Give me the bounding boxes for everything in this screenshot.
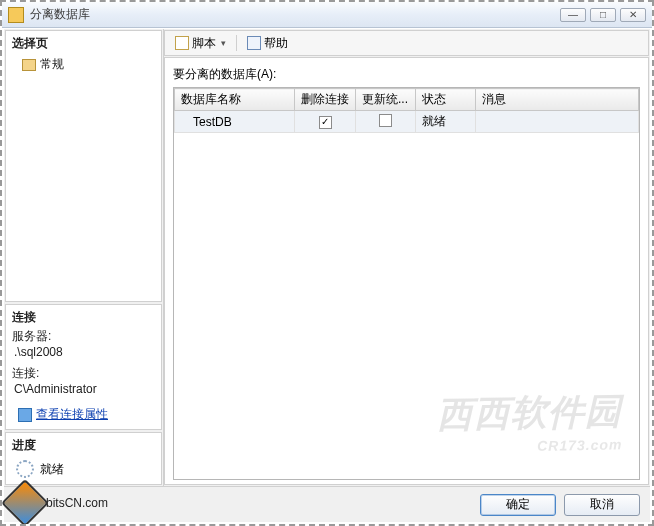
sidebar-item-label: 常规 (40, 56, 64, 73)
progress-title: 进度 (12, 437, 155, 456)
properties-icon (18, 408, 32, 422)
conn-label: 连接: (12, 365, 155, 382)
select-page-title: 选择页 (12, 35, 155, 54)
toolbar: 脚本 ▾ 帮助 (164, 30, 649, 56)
help-button[interactable]: 帮助 (243, 33, 292, 54)
main-panel: 要分离的数据库(A): 数据库名称 删除连接 更新统... 状态 消息 (164, 57, 649, 485)
cell-update-stats[interactable] (356, 111, 416, 133)
window-controls: — □ ✕ (560, 8, 646, 22)
detach-prompt-label: 要分离的数据库(A): (173, 66, 640, 87)
script-button[interactable]: 脚本 ▾ (171, 33, 230, 54)
server-value: .\sql2008 (12, 345, 155, 365)
connection-section: 连接 服务器: .\sql2008 连接: C\Administrator 查看… (5, 304, 162, 430)
connection-title: 连接 (12, 309, 155, 328)
cell-message (476, 111, 639, 133)
cancel-button[interactable]: 取消 (564, 494, 640, 516)
col-drop-conn[interactable]: 删除连接 (295, 89, 356, 111)
cell-drop-conn[interactable]: ✓ (295, 111, 356, 133)
close-button[interactable]: ✕ (620, 8, 646, 22)
col-message[interactable]: 消息 (476, 89, 639, 111)
cell-status: 就绪 (416, 111, 476, 133)
col-update-stats[interactable]: 更新统... (356, 89, 416, 111)
right-pane: 脚本 ▾ 帮助 要分离的数据库(A): 数据库名称 删除连 (164, 29, 650, 486)
minimize-button[interactable]: — (560, 8, 586, 22)
script-icon (175, 36, 189, 50)
server-label: 服务器: (12, 328, 155, 345)
table-row[interactable]: TestDB ✓ 就绪 (175, 111, 639, 133)
page-icon (22, 59, 36, 71)
table-header-row: 数据库名称 删除连接 更新统... 状态 消息 (175, 89, 639, 111)
cell-db-name: TestDB (175, 111, 295, 133)
sidebar-item-general[interactable]: 常规 (12, 54, 155, 75)
dialog-body: 选择页 常规 连接 服务器: .\sql2008 连接: C\Administr… (4, 29, 650, 522)
progress-spinner-icon (16, 460, 34, 478)
drop-conn-checkbox[interactable]: ✓ (319, 116, 332, 129)
col-db-name[interactable]: 数据库名称 (175, 89, 295, 111)
progress-section: 进度 就绪 (5, 432, 162, 485)
titlebar: 分离数据库 — □ ✕ (2, 2, 652, 28)
left-pane: 选择页 常规 连接 服务器: .\sql2008 连接: C\Administr… (4, 29, 164, 486)
content-row: 选择页 常规 连接 服务器: .\sql2008 连接: C\Administr… (4, 29, 650, 486)
select-page-section: 选择页 常规 (5, 30, 162, 302)
toolbar-separator (236, 35, 237, 51)
databases-table: 数据库名称 删除连接 更新统... 状态 消息 TestDB (174, 88, 639, 133)
conn-value: C\Administrator (12, 382, 155, 402)
chevron-down-icon: ▾ (219, 38, 226, 48)
view-connection-properties-link[interactable]: 查看连接属性 (36, 406, 108, 423)
dialog-button-row: 确定 取消 (4, 486, 650, 522)
window-title: 分离数据库 (30, 6, 560, 23)
progress-status: 就绪 (40, 461, 64, 478)
app-icon (8, 7, 24, 23)
help-icon (247, 36, 261, 50)
maximize-button[interactable]: □ (590, 8, 616, 22)
view-connection-properties[interactable]: 查看连接属性 (12, 402, 155, 423)
col-status[interactable]: 状态 (416, 89, 476, 111)
ok-button[interactable]: 确定 (480, 494, 556, 516)
databases-grid[interactable]: 数据库名称 删除连接 更新统... 状态 消息 TestDB (173, 87, 640, 480)
script-label: 脚本 (192, 35, 216, 52)
update-stats-checkbox[interactable] (379, 114, 392, 127)
help-label: 帮助 (264, 35, 288, 52)
